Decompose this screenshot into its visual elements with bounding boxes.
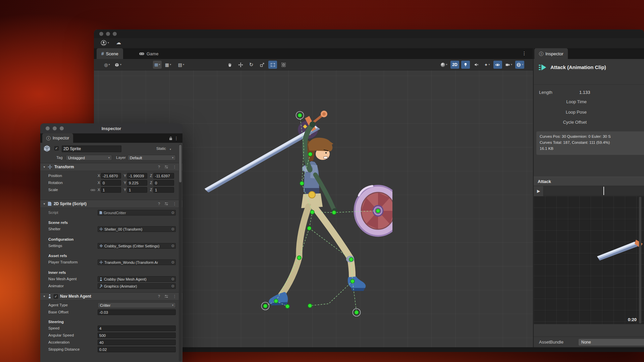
object-picker-icon[interactable]: ⊙	[171, 277, 174, 281]
toggle-2d-button[interactable]: 2D	[450, 61, 459, 69]
tool-pivot-button[interactable]: ▾	[113, 61, 122, 69]
agent-type-dropdown[interactable]: Critter ▾	[98, 302, 176, 308]
help-icon[interactable]: ?	[158, 165, 160, 169]
rotation-y-field[interactable]: 9.225	[127, 180, 147, 186]
floating-titlebar[interactable]: Inspector	[40, 123, 182, 133]
object-picker-icon[interactable]: ⊙	[171, 260, 174, 264]
kebab-icon[interactable]: ⋮	[173, 202, 176, 206]
foldout-icon[interactable]: ▼	[43, 166, 46, 169]
loop-pose-label[interactable]: Loop Pose	[534, 110, 587, 115]
minimize-window-button[interactable]	[106, 32, 110, 36]
tab-scene[interactable]: # Scene	[97, 48, 123, 59]
close-window-button[interactable]	[99, 32, 103, 36]
tab-inspector[interactable]: i Inspector	[42, 133, 73, 143]
scene-visibility-button[interactable]	[493, 61, 502, 69]
playhead[interactable]	[603, 187, 604, 195]
gizmos-toggle-button[interactable]: ▾	[515, 61, 524, 69]
increment-snap-button[interactable]: ▤ ▾	[174, 61, 188, 69]
enabled-checkbox[interactable]: ✓	[54, 294, 58, 299]
help-icon[interactable]: ?	[158, 202, 160, 206]
position-y-field[interactable]: -1.99039	[127, 173, 147, 179]
cloud-services-button[interactable]: ☁	[116, 40, 121, 46]
scale-z-field[interactable]: 1	[153, 187, 174, 193]
gameobject-cube-icon[interactable]	[43, 144, 51, 153]
loop-time-label[interactable]: Loop Time	[534, 99, 587, 104]
scale-tool-button[interactable]	[258, 61, 266, 69]
kebab-icon[interactable]: ⋮	[173, 294, 176, 299]
minimize-window-button[interactable]	[53, 126, 57, 130]
effects-button[interactable]: ✦ ▾	[483, 61, 491, 69]
layer-dropdown[interactable]: Default ▾	[127, 155, 176, 161]
scale-x-field[interactable]: 1	[101, 187, 121, 193]
rotation-z-field[interactable]: 0	[153, 180, 174, 186]
object-picker-icon[interactable]: ⊙	[171, 227, 174, 231]
grid-snapping-button[interactable]: ▦ ▾	[164, 61, 172, 69]
presets-icon[interactable]	[164, 202, 168, 206]
shaded-sphere-icon	[441, 63, 445, 67]
speed-field[interactable]: 4	[98, 325, 176, 331]
presets-icon[interactable]	[164, 294, 168, 298]
object-picker-icon[interactable]: ⊙	[171, 210, 174, 215]
player-transform-object-field[interactable]: Transform_Wondu (Transform Ar ⊙	[98, 259, 176, 265]
clip-preview-header[interactable]: Attack	[534, 177, 644, 186]
acceleration-field[interactable]: 40	[98, 340, 176, 345]
tab-inspector[interactable]: i Inspector	[534, 48, 568, 59]
animation-preview[interactable]: 0:20	[534, 196, 644, 324]
tab-game[interactable]: Game	[134, 48, 163, 59]
close-window-button[interactable]	[46, 126, 50, 130]
zoom-window-button[interactable]	[60, 126, 64, 130]
script-object-field[interactable]: GroundCritter ⊙	[98, 210, 176, 216]
audio-mute-button[interactable]	[472, 61, 481, 69]
move-tool-button[interactable]	[236, 61, 245, 69]
chevron-down-icon: ▾	[109, 63, 110, 66]
gameobject-name-field[interactable]: 2D Sprite	[62, 145, 121, 152]
scene-lighting-button[interactable]	[461, 61, 470, 69]
navmesh-component-header[interactable]: ▼ ✓ Nav Mesh Agent ? ⋮	[40, 292, 182, 300]
tabstrip-menu-button[interactable]: ⋮	[522, 51, 527, 56]
position-z-field[interactable]: -11.6397	[153, 173, 174, 179]
window-titlebar[interactable]	[94, 29, 644, 38]
account-button[interactable]: ▾	[101, 40, 109, 46]
tab-menu-button[interactable]: ⋮	[174, 136, 178, 141]
rotate-tool-button[interactable]: ↻	[247, 61, 256, 69]
navmesh-agent-object-field[interactable]: Crabby (Nav Mesh Agent) ⊙	[98, 276, 176, 282]
transform-component-header[interactable]: ▼ Transform ? ⋮	[40, 163, 182, 171]
cycle-offset-label[interactable]: Cycle Offset	[534, 120, 587, 125]
hand-tool-button[interactable]	[225, 61, 234, 69]
preview-timeline-ruler[interactable]	[544, 186, 644, 196]
tool-handle-position-button[interactable]: ◎ ▾	[103, 61, 111, 69]
scale-y-field[interactable]: 1	[127, 187, 147, 193]
lock-icon[interactable]	[169, 136, 172, 140]
script-component-header[interactable]: ▼ 2D Sprite (Script) ? ⋮	[40, 200, 182, 208]
shelter-object-field[interactable]: Shelter_00 (Transform) ⊙	[98, 226, 176, 232]
foldout-icon[interactable]: ▼	[43, 202, 46, 205]
angular-speed-field[interactable]: 500	[98, 333, 176, 338]
rect-tool-button[interactable]	[268, 61, 277, 69]
stopping-distance-field[interactable]: 0.02	[98, 347, 176, 352]
shading-mode-button[interactable]: ▾	[440, 61, 448, 69]
assetbundle-dropdown[interactable]: None	[579, 339, 644, 346]
link-icon[interactable]	[91, 188, 95, 192]
scrollbar-thumb[interactable]	[179, 145, 181, 182]
animator-object-field[interactable]: Graphics (Animator) ⊙	[98, 283, 176, 289]
grid-visibility-button[interactable]: ⊞ ▾	[153, 61, 162, 69]
foldout-icon[interactable]: ▼	[43, 295, 46, 298]
object-picker-icon[interactable]: ⊙	[171, 284, 174, 288]
transform-tool-button[interactable]	[279, 61, 288, 69]
object-picker-icon[interactable]: ⊙	[171, 244, 174, 248]
kebab-icon[interactable]: ⋮	[173, 165, 176, 169]
preview-scrollbar[interactable]	[639, 197, 641, 323]
static-dropdown[interactable]: ▾	[170, 148, 171, 151]
scene-camera-button[interactable]: ▾	[504, 61, 513, 69]
rotation-x-field[interactable]: 0	[101, 180, 121, 186]
inspector-scrollbar[interactable]	[179, 144, 182, 361]
presets-icon[interactable]	[164, 165, 168, 169]
base-offset-field[interactable]: -0.03	[98, 309, 176, 315]
position-x-field[interactable]: -21.6870	[101, 173, 121, 179]
zoom-window-button[interactable]	[113, 32, 117, 36]
active-checkbox[interactable]: ✓	[54, 146, 59, 150]
tag-dropdown[interactable]: Untagged ▾	[66, 155, 112, 161]
preview-play-button[interactable]: ▶	[534, 186, 544, 196]
help-icon[interactable]: ?	[158, 294, 160, 298]
settings-object-field[interactable]: Crabby_Settings (Critter Settings) ⊙	[98, 243, 176, 249]
